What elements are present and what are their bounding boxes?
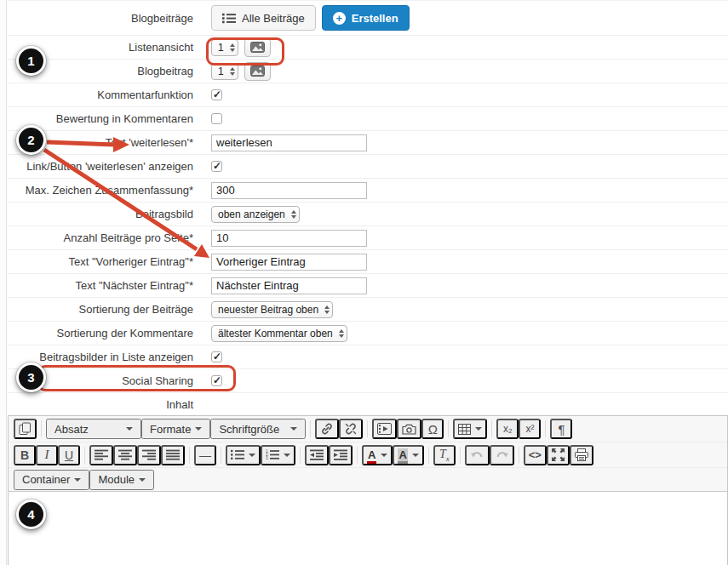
toolbar-separator bbox=[189, 447, 190, 464]
erstellen-button[interactable]: + Erstellen bbox=[322, 5, 410, 31]
toolbar-separator bbox=[300, 447, 301, 464]
clear-formatting-button[interactable]: Tx bbox=[433, 445, 456, 465]
italic-glyph: I bbox=[45, 448, 49, 462]
sortierung-kommentare-label: Sortierung der Kommentare bbox=[8, 327, 202, 340]
vorheriger-eintrag-label: Text "Vorheriger Eintrag"* bbox=[8, 255, 202, 268]
beitragsbild-value: oben anzeigen bbox=[218, 208, 285, 220]
blogbeitrag-image-button[interactable] bbox=[244, 62, 271, 81]
social-sharing-checkbox[interactable] bbox=[211, 375, 222, 386]
listenansicht-image-button[interactable] bbox=[244, 38, 271, 57]
container-value: Container bbox=[22, 473, 70, 486]
container-dropdown[interactable]: Container bbox=[14, 470, 89, 490]
beitragsbild-select[interactable]: oben anzeigen bbox=[211, 206, 300, 223]
bewertung-label: Bewertung in Kommentaren bbox=[8, 112, 202, 125]
select-stepper-icon bbox=[324, 305, 330, 314]
blogbeitrag-select[interactable]: 1 bbox=[211, 63, 238, 80]
redo-icon bbox=[495, 449, 509, 460]
sortierung-kommentare-select[interactable]: ältester Kommentar oben bbox=[211, 325, 347, 342]
paragraph-marks-button[interactable]: ¶ bbox=[550, 419, 572, 439]
subscript-button[interactable]: x₂ bbox=[496, 419, 519, 439]
editor-content-area[interactable] bbox=[9, 491, 727, 565]
underline-button[interactable]: U bbox=[58, 445, 80, 465]
beitragsbilder-liste-checkbox[interactable] bbox=[211, 351, 222, 362]
plus-icon: + bbox=[333, 12, 346, 25]
print-button[interactable] bbox=[570, 445, 593, 465]
sortierung-beitraege-select[interactable]: neuester Beitrag oben bbox=[211, 301, 333, 318]
chevron-down-icon bbox=[139, 478, 146, 482]
paragraph-style-dropdown[interactable]: Absatz bbox=[46, 419, 141, 439]
align-right-icon bbox=[142, 449, 156, 460]
fullscreen-button[interactable] bbox=[547, 445, 570, 465]
form-row-beitragsbild: Beitragsbild oben anzeigen bbox=[8, 203, 728, 226]
bullet-list-button[interactable] bbox=[226, 445, 261, 465]
module-dropdown[interactable]: Module bbox=[89, 470, 154, 490]
max-zeichen-input[interactable] bbox=[211, 182, 367, 199]
remove-link-button[interactable] bbox=[339, 419, 363, 439]
insert-link-button[interactable] bbox=[315, 419, 339, 439]
blogbeitrag-value: 1 bbox=[218, 66, 224, 77]
numbered-list-icon: 1.2.3. bbox=[266, 449, 279, 460]
vorheriger-eintrag-input[interactable] bbox=[211, 254, 367, 271]
max-zeichen-label: Max. Zeichen Zusammenfassung* bbox=[8, 184, 202, 197]
form-row-naechster-eintrag: Text "Nächster Eintrag"* bbox=[8, 274, 728, 298]
numbered-list-button[interactable]: 1.2.3. bbox=[261, 445, 295, 465]
sortierung-beitraege-value: neuester Beitrag oben bbox=[218, 304, 318, 316]
toolbar-separator bbox=[448, 420, 449, 437]
align-justify-button[interactable] bbox=[161, 445, 185, 465]
text-color-button[interactable]: A bbox=[362, 445, 393, 465]
photo-icon bbox=[250, 66, 265, 77]
undo-button[interactable] bbox=[465, 445, 490, 465]
italic-button[interactable]: I bbox=[36, 445, 58, 465]
form-row-inhalt: Inhalt bbox=[8, 393, 728, 415]
sortierung-beitraege-label: Sortierung der Beiträge bbox=[8, 303, 202, 316]
inhalt-richtext-editor: Absatz Formate Schriftgröße Ω bbox=[8, 415, 728, 565]
align-right-button[interactable] bbox=[137, 445, 161, 465]
superscript-glyph: x² bbox=[525, 423, 534, 435]
listenansicht-value: 1 bbox=[218, 42, 224, 54]
formats-dropdown[interactable]: Formate bbox=[141, 419, 210, 439]
special-char-button[interactable]: Ω bbox=[421, 419, 444, 439]
alle-beitraege-button[interactable]: Alle Beiträge bbox=[211, 5, 316, 31]
outdent-button[interactable] bbox=[305, 445, 329, 465]
form-row-listenansicht: Listenansicht 1 bbox=[8, 36, 728, 60]
kommentarfunktion-checkbox[interactable] bbox=[211, 89, 222, 100]
insert-media-button[interactable] bbox=[372, 419, 397, 439]
form-row-sortierung-beitraege: Sortierung der Beiträge neuester Beitrag… bbox=[8, 298, 728, 322]
background-color-button[interactable]: A bbox=[393, 445, 423, 465]
align-center-button[interactable] bbox=[113, 445, 137, 465]
indent-icon bbox=[334, 449, 347, 460]
align-left-button[interactable] bbox=[89, 445, 113, 465]
listenansicht-select[interactable]: 1 bbox=[211, 39, 238, 56]
anzahl-beitraege-input[interactable] bbox=[211, 230, 367, 247]
paste-button[interactable] bbox=[14, 419, 37, 439]
text-weiterlesen-input[interactable] bbox=[211, 134, 367, 151]
superscript-button[interactable]: x² bbox=[519, 419, 541, 439]
insert-image-button[interactable] bbox=[397, 419, 421, 439]
bewertung-checkbox[interactable] bbox=[211, 113, 222, 124]
form-row-vorheriger-eintrag: Text "Vorheriger Eintrag"* bbox=[8, 250, 728, 274]
naechster-eintrag-input[interactable] bbox=[211, 277, 367, 294]
chevron-down-icon bbox=[412, 454, 419, 457]
unlink-icon bbox=[344, 422, 358, 436]
toolbar-separator bbox=[221, 447, 221, 464]
bold-button[interactable]: B bbox=[14, 445, 36, 465]
indent-button[interactable] bbox=[329, 445, 353, 465]
bold-glyph: B bbox=[20, 448, 29, 462]
link-weiterlesen-checkbox[interactable] bbox=[211, 161, 222, 172]
annotation-step-4: 4 bbox=[16, 499, 46, 529]
table-button[interactable] bbox=[453, 419, 487, 439]
chevron-down-icon bbox=[284, 454, 290, 457]
text-color-icon: A bbox=[367, 448, 376, 461]
chevron-down-icon bbox=[249, 454, 255, 457]
omega-icon: Ω bbox=[428, 422, 438, 437]
horizontal-rule-button[interactable]: — bbox=[194, 445, 216, 465]
redo-button[interactable] bbox=[490, 445, 514, 465]
blogbeitraege-label: Blogbeiträge bbox=[8, 12, 202, 25]
source-code-glyph: <> bbox=[529, 448, 542, 461]
toolbar-separator bbox=[41, 420, 42, 437]
anzahl-beitraege-label: Anzahl Beiträge pro Seite* bbox=[8, 231, 202, 244]
form-row-bewertung: Bewertung in Kommentaren bbox=[8, 107, 728, 131]
subscript-glyph: x₂ bbox=[503, 423, 513, 435]
fontsize-dropdown[interactable]: Schriftgröße bbox=[210, 419, 306, 439]
source-code-button[interactable]: <> bbox=[524, 445, 547, 465]
